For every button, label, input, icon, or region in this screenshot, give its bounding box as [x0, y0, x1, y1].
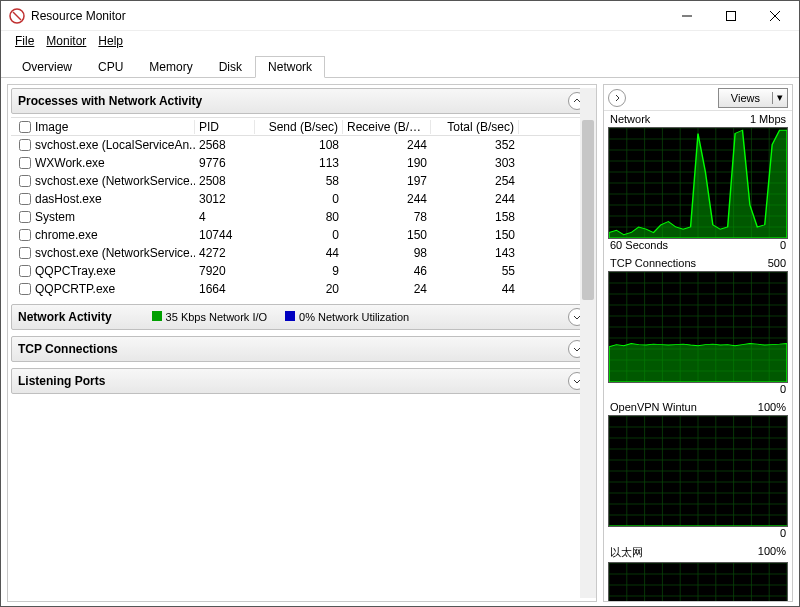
select-all-checkbox[interactable] — [19, 121, 31, 133]
chart-title: 以太网 — [610, 545, 643, 560]
menu-help[interactable]: Help — [94, 34, 127, 48]
app-icon — [9, 8, 25, 24]
table-row[interactable]: svchost.exe (LocalServiceAn...2568108244… — [11, 136, 593, 154]
collapse-right-button[interactable] — [608, 89, 626, 107]
scrollbar-thumb[interactable] — [582, 120, 594, 300]
processes-grid: Image PID Send (B/sec) Receive (B/sec) T… — [11, 117, 593, 298]
close-button[interactable] — [753, 2, 797, 30]
cell-receive: 244 — [343, 192, 431, 206]
col-pid[interactable]: PID — [195, 120, 255, 134]
chart-scale: 100% — [758, 545, 786, 560]
section-header-listening[interactable]: Listening Ports — [11, 368, 593, 394]
cell-image: WXWork.exe — [35, 156, 105, 170]
row-checkbox[interactable] — [19, 265, 31, 277]
svg-line-1 — [13, 12, 21, 20]
menubar: File Monitor Help — [1, 31, 799, 51]
chart-block: Network1 Mbps60 Seconds0 — [604, 111, 792, 253]
right-toolbar: Views ▾ — [604, 85, 792, 111]
col-send[interactable]: Send (B/sec) — [255, 120, 343, 134]
cell-pid: 2568 — [195, 138, 255, 152]
cell-total: 55 — [431, 264, 519, 278]
cell-receive: 190 — [343, 156, 431, 170]
chart-area — [608, 127, 788, 239]
table-row[interactable]: WXWork.exe9776113190303 — [11, 154, 593, 172]
tabstrip: Overview CPU Memory Disk Network — [1, 51, 799, 78]
table-row[interactable]: QQPCTray.exe792094655 — [11, 262, 593, 280]
chart-scale: 500 — [768, 257, 786, 269]
chart-footer-right: 0 — [780, 383, 786, 395]
chart-footer-right: 0 — [780, 527, 786, 539]
col-image[interactable]: Image — [15, 120, 195, 134]
minimize-button[interactable] — [665, 2, 709, 30]
cell-total: 150 — [431, 228, 519, 242]
cell-pid: 1664 — [195, 282, 255, 296]
views-button[interactable]: Views ▾ — [718, 88, 788, 108]
table-row[interactable]: dasHost.exe30120244244 — [11, 190, 593, 208]
tab-disk[interactable]: Disk — [206, 56, 255, 78]
row-checkbox[interactable] — [19, 283, 31, 295]
tab-overview[interactable]: Overview — [9, 56, 85, 78]
row-checkbox[interactable] — [19, 175, 31, 187]
section-header-tcp[interactable]: TCP Connections — [11, 336, 593, 362]
table-row[interactable]: chrome.exe107440150150 — [11, 226, 593, 244]
row-checkbox[interactable] — [19, 211, 31, 223]
section-title: Network Activity — [18, 310, 112, 324]
section-title: TCP Connections — [18, 342, 118, 356]
row-checkbox[interactable] — [19, 193, 31, 205]
grid-header: Image PID Send (B/sec) Receive (B/sec) T… — [11, 118, 593, 136]
cell-total: 244 — [431, 192, 519, 206]
chart-block: TCP Connections5000 — [604, 255, 792, 397]
cell-pid: 2508 — [195, 174, 255, 188]
io-swatch — [152, 311, 162, 321]
cell-image: svchost.exe (LocalServiceAn... — [35, 138, 195, 152]
cell-send: 0 — [255, 192, 343, 206]
window-title: Resource Monitor — [31, 9, 665, 23]
row-checkbox[interactable] — [19, 229, 31, 241]
chart-footer-left: 60 Seconds — [610, 239, 668, 251]
cell-receive: 197 — [343, 174, 431, 188]
cell-send: 0 — [255, 228, 343, 242]
section-title: Processes with Network Activity — [18, 94, 202, 108]
cell-total: 352 — [431, 138, 519, 152]
chart-title: Network — [610, 113, 650, 125]
cell-total: 303 — [431, 156, 519, 170]
cell-send: 58 — [255, 174, 343, 188]
row-checkbox[interactable] — [19, 139, 31, 151]
cell-receive: 24 — [343, 282, 431, 296]
table-row[interactable]: System48078158 — [11, 208, 593, 226]
left-scrollbar[interactable] — [580, 88, 596, 598]
maximize-button[interactable] — [709, 2, 753, 30]
menu-file[interactable]: File — [11, 34, 38, 48]
tab-network[interactable]: Network — [255, 56, 325, 78]
section-header-activity[interactable]: Network Activity 35 Kbps Network I/O 0% … — [11, 304, 593, 330]
tab-cpu[interactable]: CPU — [85, 56, 136, 78]
cell-send: 9 — [255, 264, 343, 278]
menu-monitor[interactable]: Monitor — [42, 34, 90, 48]
row-checkbox[interactable] — [19, 157, 31, 169]
cell-send: 20 — [255, 282, 343, 296]
cell-pid: 3012 — [195, 192, 255, 206]
cell-image: QQPCRTP.exe — [35, 282, 115, 296]
row-checkbox[interactable] — [19, 247, 31, 259]
cell-image: dasHost.exe — [35, 192, 102, 206]
chart-area — [608, 271, 788, 383]
col-receive[interactable]: Receive (B/sec) — [343, 120, 431, 134]
chart-scale: 100% — [758, 401, 786, 413]
cell-send: 44 — [255, 246, 343, 260]
charts-container: Network1 Mbps60 Seconds0TCP Connections5… — [604, 111, 792, 601]
table-row[interactable]: svchost.exe (NetworkService...4272449814… — [11, 244, 593, 262]
cell-total: 44 — [431, 282, 519, 296]
cell-receive: 150 — [343, 228, 431, 242]
chart-area — [608, 562, 788, 601]
col-total[interactable]: Total (B/sec) — [431, 120, 519, 134]
table-row[interactable]: QQPCRTP.exe1664202444 — [11, 280, 593, 298]
tab-memory[interactable]: Memory — [136, 56, 205, 78]
table-row[interactable]: svchost.exe (NetworkService...2508581972… — [11, 172, 593, 190]
cell-image: svchost.exe (NetworkService... — [35, 246, 195, 260]
section-header-processes[interactable]: Processes with Network Activity — [11, 88, 593, 114]
window-titlebar: Resource Monitor — [1, 1, 799, 31]
chart-block: 以太网100% — [604, 543, 792, 601]
cell-total: 143 — [431, 246, 519, 260]
dropdown-icon: ▾ — [773, 91, 787, 104]
cell-image: QQPCTray.exe — [35, 264, 116, 278]
